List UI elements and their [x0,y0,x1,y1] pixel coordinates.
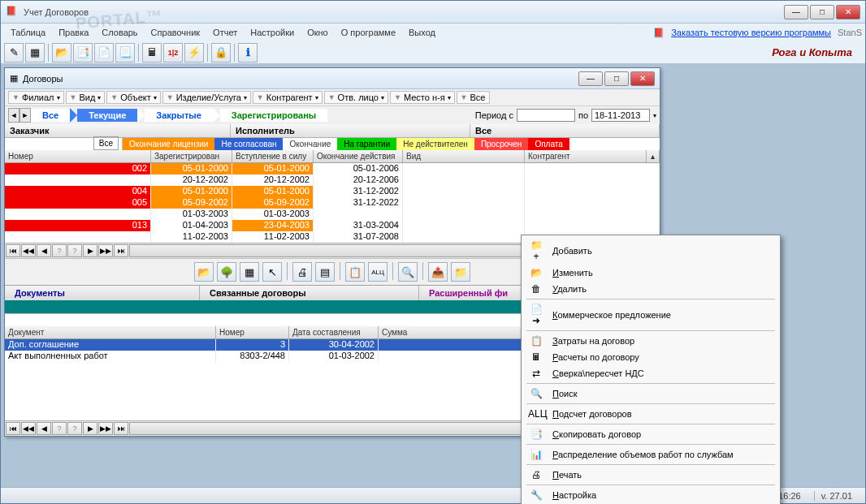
table-row[interactable]: 00505-09-200205-09-200231-12-2022 [5,197,660,209]
filter-branch[interactable]: ▼Филиал▾ [8,91,64,104]
mt-layout-icon[interactable]: ▤ [315,262,335,282]
tab-all[interactable]: Все [31,109,70,122]
dcol-date[interactable]: Дата составления [289,326,379,338]
period-to-input[interactable] [591,109,650,122]
legend-end[interactable]: Окончание [283,138,337,150]
tool-mdoc-icon[interactable]: 📃 [115,43,135,62]
legend-license[interactable]: Окончание лицензии [123,138,214,150]
context-menu-item[interactable]: 🔍Поиск [523,386,778,402]
tool-doc-icon[interactable]: 📄 [94,43,114,62]
mt-open-icon[interactable]: 📂 [194,262,214,282]
dnav-prev[interactable]: ◀ [37,422,51,435]
period-from-input[interactable] [517,109,575,122]
legend-warranty[interactable]: На гарантии [337,138,396,150]
menu-ref[interactable]: Справочник [145,26,207,39]
child-close-button[interactable]: ✕ [630,71,655,86]
menu-window[interactable]: Окно [301,26,335,39]
legend-payment[interactable]: Оплата [528,138,569,150]
nav-prevpage[interactable]: ◀◀ [21,244,36,257]
nav-filter1[interactable]: ? [52,244,67,257]
menu-table[interactable]: Таблица [4,26,52,39]
nav-nextpage[interactable]: ▶▶ [98,244,113,257]
col-number[interactable]: Номер [5,150,151,162]
nav-filter2[interactable]: ? [67,244,82,257]
child-maximize-button[interactable]: □ [604,71,629,86]
mt-cursor-icon[interactable]: ↖ [262,262,282,282]
context-menu-item[interactable]: ALЦПодсчет договоров [523,406,778,422]
dnav-first[interactable]: ⏮ [6,422,20,435]
period-dropdown-icon[interactable]: ▾ [653,112,656,119]
mt-alc-icon[interactable]: ALЦ [368,262,388,282]
col-type[interactable]: Вид [403,150,525,162]
nav-first[interactable]: ⏮ [6,244,20,257]
tab-registered[interactable]: Зарегистрированы [220,109,327,122]
filter-object[interactable]: ▼Объект▾ [106,91,160,104]
mt-search-icon[interactable]: 🔍 [398,262,418,282]
context-menu-item[interactable]: 📄➜Коммерческое предложение [523,301,778,329]
legend-overdue[interactable]: Просрочен [474,138,529,150]
menu-about[interactable]: О программе [335,26,402,39]
dnav-next[interactable]: ▶ [83,422,97,435]
tab-next[interactable]: ► [19,108,31,123]
dcol-num[interactable]: Номер [216,326,289,338]
filter-contragent[interactable]: ▼Контрагент▾ [253,91,323,104]
dnav-nextpage[interactable]: ▶▶ [98,422,113,435]
legend-invalid[interactable]: Не действителен [396,138,474,150]
menu-report[interactable]: Отчет [206,26,244,39]
scroll-up-icon[interactable]: ▴ [647,150,660,162]
tab-closed[interactable]: Закрытые [145,109,213,122]
dcol-doc[interactable]: Документ [5,326,216,338]
order-link[interactable]: Заказать тестовую версию программы [671,28,831,37]
context-menu-item[interactable]: 🖩Расчеты по договору [523,349,778,365]
tool-lock-icon[interactable]: 🔒 [211,43,231,62]
context-menu-item[interactable]: 🗑Удалить [523,281,778,297]
child-minimize-button[interactable]: — [578,71,603,86]
filter-resp[interactable]: ▼Отв. лицо▾ [324,91,388,104]
context-menu-item[interactable]: 📊Распределение объемов работ по службам [523,446,778,463]
menu-exit[interactable]: Выход [402,26,442,39]
context-menu-item[interactable]: 📂Изменить [523,265,778,281]
col-reg[interactable]: Зарегистрирован [151,150,232,162]
filter-location[interactable]: ▼Место н-я▾ [390,91,455,104]
dnav-f1[interactable]: ? [52,422,67,435]
table-row[interactable]: 00320-12-200220-12-200220-12-2006 [5,174,660,186]
menu-dict[interactable]: Словарь [95,26,144,39]
nav-last[interactable]: ⏭ [114,244,128,257]
dnav-last[interactable]: ⏭ [114,422,128,435]
tool-flash-icon[interactable]: ⚡ [184,43,204,62]
context-menu-item[interactable]: 🔧Настройка [523,487,778,503]
dnav-f2[interactable]: ? [67,422,82,435]
legend-notagreed[interactable]: Не согласован [214,138,283,150]
minimize-button[interactable]: — [784,5,808,19]
legend-all-button[interactable]: Все [93,136,119,150]
mt-folder-icon[interactable]: 📁 [451,262,470,282]
tool-cards-icon[interactable]: ▦ [25,43,45,62]
mt-print-icon[interactable]: 🖨 [292,262,312,282]
nav-prev[interactable]: ◀ [37,244,51,257]
col-contragent[interactable]: Контрагент [525,150,647,162]
tool-calc-icon[interactable]: 🖩 [142,43,162,62]
mt-tree-icon[interactable]: 🌳 [217,262,236,282]
menu-edit[interactable]: Правка [52,26,95,39]
tab-documents[interactable]: Документы [5,286,200,300]
context-menu-item[interactable]: 📑Скопировать договор [523,426,778,442]
table-row[interactable]: 00601-03-200301-03-2003 [5,209,660,220]
context-menu-item[interactable]: 🖨Печать [523,467,778,483]
filter-all[interactable]: ▼Все [457,91,490,104]
col-effect[interactable]: Вступление в силу [232,150,314,162]
tab-prev[interactable]: ◄ [8,108,19,123]
tab-linked[interactable]: Связанные договоры [200,286,419,300]
dnav-prevpage[interactable]: ◀◀ [21,422,36,435]
mt-copy-icon[interactable]: 📋 [345,262,365,282]
close-button[interactable]: ✕ [836,5,860,19]
tool-docs-icon[interactable]: 📑 [73,43,93,62]
tool-info-icon[interactable]: ℹ [238,43,258,62]
table-row[interactable]: 00405-01-200005-01-200031-12-2002 [5,186,660,197]
filter-type[interactable]: ▼Вид▾ [66,91,106,104]
mt-grid-icon[interactable]: ▦ [240,262,259,282]
context-menu-item[interactable]: 📋Затраты на договор [523,333,778,349]
tool-open-icon[interactable]: 📂 [52,43,71,62]
grid-body[interactable]: 00205-01-200005-01-200005-01-200600320-1… [5,163,660,243]
table-row[interactable]: 01301-04-200323-04-200331-03-2004 [5,220,660,231]
tab-current[interactable]: Текущие [77,109,137,122]
